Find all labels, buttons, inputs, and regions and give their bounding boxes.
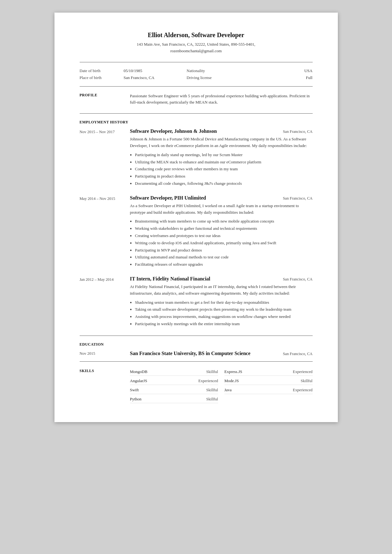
job-entry-1: Nov 2015 – Nov 2017 Software Developer, …	[80, 128, 313, 188]
education-section-label: EDUCATION	[80, 342, 313, 347]
job-content-1: Software Developer, Johnson & Johnson Sa…	[130, 128, 313, 188]
edu-content-1: San Francisco State University, BS in Co…	[130, 351, 313, 356]
skill-name-modejs: Mode.JS	[224, 378, 239, 383]
driving-label: Driving license	[187, 74, 224, 81]
education-divider	[80, 361, 313, 362]
bullet-item: Writing code to develop iOS and Android …	[130, 240, 313, 246]
job-title-2: Software Developer, PIH Unlimited	[130, 195, 206, 201]
resume-header: Elliot Alderson, Software Developer 143 …	[80, 31, 313, 54]
bullet-item: Shadowing senior team members to get a f…	[130, 299, 313, 306]
employment-section: EMPLOYMENT HISTORY Nov 2015 – Nov 2017 S…	[80, 120, 313, 328]
education-section: EDUCATION Nov 2015 San Francisco State U…	[80, 342, 313, 356]
resume-page: Elliot Alderson, Software Developer 143 …	[54, 13, 338, 422]
job-desc-2: As a Software Developer at PIH Unlimited…	[130, 203, 313, 216]
skill-level-swift: Skillful	[206, 388, 218, 393]
job-title-3: IT Intern, Fidelity National Financial	[130, 276, 210, 282]
bullet-item: Working with stakeholders to gather func…	[130, 225, 313, 232]
job-location-3: San Francisco, CA	[283, 277, 312, 282]
profile-divider	[80, 113, 313, 114]
skill-name-python: Python	[130, 397, 142, 402]
personal-info-table: Date of birth 05/10/1985 Nationality USA…	[80, 67, 313, 81]
address-line1: 143 Main Ave, San Francisco, CA, 32222, …	[137, 42, 255, 47]
bullet-item: Conducting code peer reviews with other …	[130, 166, 313, 172]
job-title-row-2: Software Developer, PIH Unlimited San Fr…	[130, 195, 313, 201]
info-divider	[80, 86, 313, 87]
skill-level-modejs: Skillful	[301, 379, 313, 383]
edu-title-row-1: San Francisco State University, BS in Co…	[130, 351, 313, 356]
bullet-item: Creating wireframes and prototypes to te…	[130, 233, 313, 239]
bullet-item: Brainstorming with team members to come …	[130, 218, 313, 225]
bullet-item: Facilitating releases of software upgrad…	[130, 261, 313, 268]
job-location-1: San Francisco, CA	[283, 129, 312, 134]
employment-section-label: EMPLOYMENT HISTORY	[80, 120, 313, 125]
skill-row-angularjs: AngularJS Experienced	[130, 377, 218, 385]
skill-name-angularjs: AngularJS	[130, 378, 147, 383]
skills-grid: MongoDB Skillful Express.JS Experienced …	[130, 368, 313, 403]
dob-value: 05/10/1985	[124, 67, 187, 74]
bullet-item: Assisting with process improvements, mak…	[130, 314, 313, 320]
edu-title-1: San Francisco State University, BS in Co…	[130, 351, 251, 356]
job-content-3: IT Intern, Fidelity National Financial S…	[130, 276, 313, 328]
driving-value: Full	[224, 74, 313, 81]
profile-section: PROFILE Passionate Software Engineer wit…	[80, 93, 313, 109]
job-title-1: Software Developer, Johnson & Johnson	[130, 128, 217, 134]
edu-entry-1: Nov 2015 San Francisco State University,…	[80, 351, 313, 356]
job-entry-3: Jan 2012 – May 2014 IT Intern, Fidelity …	[80, 276, 313, 328]
skill-row-java: Java Experienced	[224, 386, 313, 394]
skill-row-python: Python Skillful	[130, 395, 218, 403]
skill-row-mongodb: MongoDB Skillful	[130, 368, 218, 376]
job-bullets-2: Brainstorming with team members to come …	[130, 218, 313, 268]
skill-level-java: Experienced	[293, 388, 312, 393]
job-desc-1: Johnson & Johnson is a Fortune 500 Medic…	[130, 136, 313, 149]
skill-level-expressjs: Experienced	[293, 370, 312, 374]
dob-label: Date of birth	[80, 67, 124, 74]
job-title-row-1: Software Developer, Johnson & Johnson Sa…	[130, 128, 313, 134]
job-date-2: May 2014 – Nov 2015	[80, 195, 130, 269]
skills-section-label: SKILLS	[80, 368, 130, 403]
bullet-item: Taking on small software development pro…	[130, 306, 313, 313]
skills-section: SKILLS MongoDB Skillful Express.JS Exper…	[80, 368, 313, 403]
edu-location-1: San Francisco, CA	[283, 352, 312, 356]
job-entry-2: May 2014 – Nov 2015 Software Developer, …	[80, 195, 313, 269]
pob-label: Place of birth	[80, 74, 124, 81]
skill-name-mongodb: MongoDB	[130, 369, 148, 374]
profile-content: Passionate Software Engineer with 5 year…	[130, 93, 313, 109]
job-content-2: Software Developer, PIH Unlimited San Fr…	[130, 195, 313, 269]
job-date-1: Nov 2015 – Nov 2017	[80, 128, 130, 188]
job-location-2: San Francisco, CA	[283, 196, 312, 201]
profile-text: Passionate Software Engineer with 5 year…	[130, 93, 313, 106]
skill-name-java: Java	[224, 387, 232, 393]
candidate-name: Elliot Alderson, Software Developer	[80, 31, 313, 39]
skill-name-swift: Swift	[130, 387, 139, 393]
pob-value: San Francisco, CA	[124, 74, 187, 81]
job-bullets-3: Shadowing senior team members to get a f…	[130, 299, 313, 327]
nationality-value: USA	[224, 67, 313, 74]
edu-date-1: Nov 2015	[80, 351, 130, 356]
bullet-item: Documenting all code changes, following …	[130, 180, 313, 187]
job-title-row-3: IT Intern, Fidelity National Financial S…	[130, 276, 313, 282]
skill-row-expressjs: Express.JS Experienced	[224, 368, 313, 376]
job-bullets-1: Participating in daily stand up meetings…	[130, 152, 313, 187]
employment-divider	[80, 336, 313, 336]
skill-name-expressjs: Express.JS	[224, 369, 242, 374]
candidate-address: 143 Main Ave, San Francisco, CA, 32222, …	[80, 41, 313, 54]
skill-row-modejs: Mode.JS Skillful	[224, 377, 313, 385]
bullet-item: Participating in MVP and product demos	[130, 247, 313, 254]
address-line2: rozenboomchantal@gmail.com	[170, 48, 222, 53]
skill-level-mongodb: Skillful	[206, 370, 218, 374]
bullet-item: Participating in product demos	[130, 173, 313, 180]
skill-level-python: Skillful	[206, 397, 218, 402]
job-desc-3: At Fidelity National Financial, I partic…	[130, 284, 313, 297]
bullet-item: Utilizing automated and manual methods t…	[130, 254, 313, 261]
bullet-item: Utilizing the MEAN stack to enhance and …	[130, 159, 313, 166]
nationality-label: Nationality	[187, 67, 224, 74]
skill-level-angularjs: Experienced	[198, 379, 218, 383]
job-date-3: Jan 2012 – May 2014	[80, 276, 130, 328]
skill-row-swift: Swift Skillful	[130, 386, 218, 394]
profile-section-label: PROFILE	[80, 93, 130, 109]
bullet-item: Participating in daily stand up meetings…	[130, 152, 313, 158]
bullet-item: Participating in weekly meetings with th…	[130, 321, 313, 327]
header-divider	[80, 62, 313, 62]
skills-header-row: SKILLS MongoDB Skillful Express.JS Exper…	[80, 368, 313, 403]
